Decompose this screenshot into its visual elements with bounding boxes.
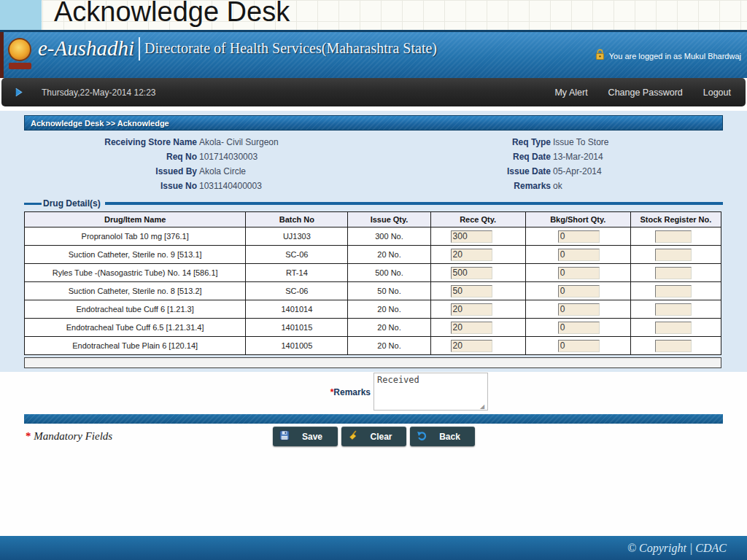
logout-link[interactable]: Logout [703,88,731,98]
rece-qty-input[interactable] [451,322,492,334]
col-header-bkg-short-qty: Bkg/Short Qty. [525,212,630,228]
cell-batch-no: RT-14 [246,264,348,282]
field-value: 1031140400003 [197,179,262,193]
clear-button-label: Clear [359,432,406,442]
legend-dash [24,203,42,205]
save-icon [279,430,290,443]
drug-details-section-header: Drug Detail(s) [24,199,723,208]
logged-in-user-text: You are logged in as Mukul Bhardwaj [609,52,741,61]
field-value: ok [551,179,562,193]
col-header-batch-no: Batch No [246,212,348,228]
field-value: Akola Circle [197,164,246,179]
field-value: 13-Mar-2014 [551,149,603,164]
bkg-short-qty-input[interactable] [558,285,600,298]
stock-register-no-input[interactable] [655,285,692,298]
cell-stock-register-no [630,300,721,319]
bkg-short-qty-input[interactable] [558,230,600,243]
button-row: Save Clear [273,427,475,446]
drug-table-body: Propranolol Tab 10 mg [376.1] UJ1303 300… [25,228,721,355]
col-header-stock-register-no: Stock Register No. [630,212,721,228]
brand-name: e-Aushadhi [38,36,134,61]
cell-rece-qty [430,337,525,355]
back-button[interactable]: Back [410,427,475,446]
field-label: Receiving Store Name [24,135,197,149]
slide-background: Acknowledge Desk e-Aushadhi Directorate … [0,0,747,560]
mandatory-fields-note: * Mandatory Fields [26,430,112,443]
rece-qty-input[interactable] [451,267,492,279]
header-edge-strip [0,32,4,78]
table-row: Propranolol Tab 10 mg [376.1] UJ1303 300… [25,228,721,246]
field-value: Issue To Store [551,135,609,149]
cell-drug-item-name: Suction Catheter, Sterile no. 8 [513.2] [25,282,246,300]
cell-drug-item-name: Propranolol Tab 10 mg [376.1] [25,228,246,246]
bkg-short-qty-input[interactable] [558,303,600,316]
bkg-short-qty-input[interactable] [558,267,600,279]
cell-bkg-short-qty [525,228,630,246]
cell-drug-item-name: Ryles Tube -(Nasogastric Tube) No. 14 [5… [25,264,246,282]
copyright-text: © Copyright | CDAC [627,542,727,554]
request-info: Receiving Store Name Akola- Civil Surgeo… [24,135,723,193]
cell-stock-register-no [630,228,721,246]
cell-rece-qty [430,228,525,246]
remarks-input[interactable]: Received [374,373,488,411]
mandatory-note-text: Mandatory Fields [31,430,113,442]
app-window: e-Aushadhi Directorate of Health Service… [0,30,747,560]
bkg-short-qty-input[interactable] [558,322,600,334]
cell-issue-qty: 20 No. [348,337,430,355]
organization-logo-banner [9,63,31,69]
breadcrumb: Acknowledge Desk >> Acknowledge [24,115,723,131]
request-info-right: Req Type Issue To Store Req Date 13-Mar-… [374,135,723,193]
field-receiving-store-name: Receiving Store Name Akola- Civil Surgeo… [24,135,374,149]
stock-register-no-input[interactable] [655,249,692,261]
field-label: Remarks [374,179,551,193]
cell-bkg-short-qty [525,337,630,355]
bkg-short-qty-input[interactable] [558,340,600,352]
navbar: Thursday,22-May-2014 12:23 My Alert Chan… [1,78,746,106]
stock-register-no-input[interactable] [655,322,692,334]
cell-drug-item-name: Endotracheal Tube Cuff 6.5 [1.21.31.4] [25,319,246,337]
lock-icon [595,49,605,63]
table-row: Ryles Tube -(Nasogastric Tube) No. 14 [5… [25,264,721,282]
clear-icon [348,430,359,443]
cell-rece-qty [430,246,525,264]
col-header-rece-qty: Rece Qty. [430,212,525,228]
chevron-right-icon [13,87,24,98]
table-row: Endotracheal Tube Plain 6 [120.14] 14010… [25,337,721,355]
rece-qty-input[interactable] [451,230,492,243]
stock-register-no-input[interactable] [655,230,692,243]
back-button-label: Back [427,432,475,442]
field-label: Req Date [374,149,551,164]
stock-register-no-input[interactable] [655,340,692,352]
cell-bkg-short-qty [525,300,630,319]
table-row: Suction Catheter, Sterile no. 8 [513.2] … [25,282,721,300]
nav-links: My Alert Change Password Logout [554,88,731,98]
cell-rece-qty [430,264,525,282]
my-alert-link[interactable]: My Alert [554,88,587,98]
stock-register-no-input[interactable] [655,303,692,316]
field-req-date: Req Date 13-Mar-2014 [374,149,723,164]
table-row: Endotracheal tube Cuff 6 [1.21.3] 140101… [25,300,721,319]
clear-button[interactable]: Clear [341,427,406,446]
save-button[interactable]: Save [273,427,338,446]
brand-separator [139,37,140,61]
field-req-type: Req Type Issue To Store [374,135,723,149]
cell-stock-register-no [630,246,721,264]
cell-issue-qty: 500 No. [348,264,430,282]
cell-stock-register-no [630,282,721,300]
cell-issue-qty: 300 No. [348,228,430,246]
footer-bar: © Copyright | CDAC [0,536,747,560]
change-password-link[interactable]: Change Password [608,88,683,98]
field-issued-by: Issued By Akola Circle [24,164,374,179]
field-label: Issue No [24,179,197,193]
required-asterisk: * [26,430,31,442]
legend-bar [105,202,723,205]
rece-qty-input[interactable] [451,249,492,261]
bkg-short-qty-input[interactable] [558,249,600,261]
col-header-drug-item-name: Drug/Item Name [25,212,246,228]
rece-qty-input[interactable] [451,340,492,352]
request-info-left: Receiving Store Name Akola- Civil Surgeo… [24,135,374,193]
rece-qty-input[interactable] [451,285,492,298]
cell-batch-no: 1401014 [246,300,348,319]
stock-register-no-input[interactable] [655,267,692,279]
rece-qty-input[interactable] [451,303,492,316]
